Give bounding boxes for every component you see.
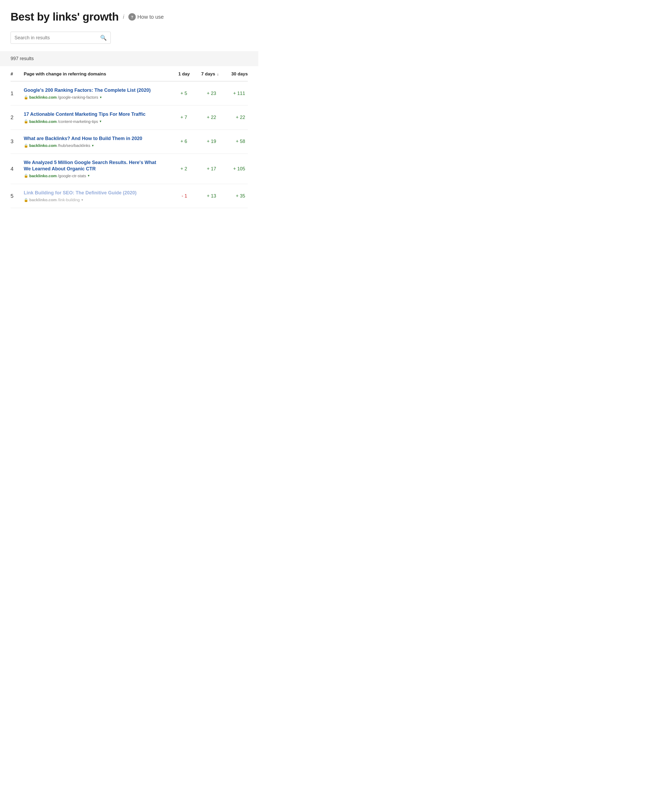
url-path[interactable]: /hub/seo/backlinks	[58, 143, 90, 148]
col-number: #	[11, 71, 24, 77]
url-path[interactable]: /content-marketing-tips	[58, 119, 98, 124]
search-bar: 🔍	[11, 32, 111, 44]
page-url: 🔒 backlinko.com /google-ctr-stats ▼	[24, 174, 164, 178]
lock-icon: 🔒	[24, 95, 28, 100]
metric-thirty-days: + 35	[219, 193, 248, 199]
page-title-link[interactable]: Link Building for SEO: The Definitive Gu…	[24, 190, 164, 196]
dropdown-icon[interactable]: ▼	[91, 144, 95, 147]
url-domain[interactable]: backlinko.com	[29, 174, 57, 178]
page-title-link[interactable]: What are Backlinks? And How to Build The…	[24, 136, 164, 142]
table-row: 5 Link Building for SEO: The Definitive …	[11, 184, 248, 208]
metric-one-day: - 1	[164, 193, 190, 199]
url-domain[interactable]: backlinko.com	[29, 119, 57, 124]
page-info: We Analyzed 5 Million Google Search Resu…	[24, 160, 164, 178]
url-path[interactable]: /google-ctr-stats	[58, 174, 86, 178]
table-row: 2 17 Actionable Content Marketing Tips F…	[11, 106, 248, 130]
page-info: Link Building for SEO: The Definitive Gu…	[24, 190, 164, 202]
page-header: Best by links' growth i ? How to use	[11, 11, 248, 23]
row-number: 2	[11, 114, 24, 120]
how-to-use-label: How to use	[137, 14, 164, 20]
metric-one-day: + 6	[164, 139, 190, 144]
sort-arrow-icon: ↓	[217, 72, 219, 76]
col-seven-days: 7 days ↓	[190, 71, 219, 77]
metric-seven-days: + 22	[190, 115, 219, 120]
results-bar: 997 results	[0, 51, 259, 66]
dropdown-icon[interactable]: ▼	[87, 174, 90, 177]
table-row: 3 What are Backlinks? And How to Build T…	[11, 130, 248, 154]
page-url: 🔒 backlinko.com /google-ranking-factors …	[24, 95, 164, 100]
page-title-link[interactable]: We Analyzed 5 Million Google Search Resu…	[24, 160, 164, 172]
lock-icon: 🔒	[24, 144, 28, 148]
page-title-link[interactable]: 17 Actionable Content Marketing Tips For…	[24, 111, 164, 117]
info-icon[interactable]: i	[123, 13, 124, 20]
table-row: 4 We Analyzed 5 Million Google Search Re…	[11, 154, 248, 184]
metric-thirty-days: + 58	[219, 139, 248, 144]
dropdown-icon[interactable]: ▼	[99, 96, 102, 99]
results-table: # Page with change in referring domains …	[11, 66, 248, 208]
page-info: What are Backlinks? And How to Build The…	[24, 136, 164, 148]
search-input[interactable]	[14, 35, 100, 41]
dropdown-icon[interactable]: ▼	[99, 120, 102, 123]
lock-icon: 🔒	[24, 119, 28, 123]
help-icon: ?	[128, 13, 136, 21]
lock-icon: 🔒	[24, 174, 28, 178]
col-one-day: 1 day	[164, 71, 190, 77]
url-path[interactable]: /google-ranking-factors	[58, 95, 98, 100]
how-to-use-link[interactable]: ? How to use	[128, 13, 164, 21]
metric-seven-days: + 23	[190, 91, 219, 96]
page-url: 🔒 backlinko.com /link-building ▼	[24, 197, 164, 202]
page-url: 🔒 backlinko.com /hub/seo/backlinks ▼	[24, 143, 164, 148]
col-page: Page with change in referring domains	[24, 71, 164, 77]
row-number: 5	[11, 193, 24, 199]
page-info: Google's 200 Ranking Factors: The Comple…	[24, 87, 164, 100]
page-title-link[interactable]: Google's 200 Ranking Factors: The Comple…	[24, 87, 164, 93]
lock-icon: 🔒	[24, 198, 28, 202]
page-title: Best by links' growth	[11, 11, 118, 23]
dropdown-icon[interactable]: ▼	[81, 198, 84, 202]
metric-thirty-days: + 111	[219, 91, 248, 96]
metric-seven-days: + 19	[190, 139, 219, 144]
metric-one-day: + 2	[164, 166, 190, 172]
search-icon[interactable]: 🔍	[100, 35, 107, 41]
table-header: # Page with change in referring domains …	[11, 66, 248, 82]
row-number: 1	[11, 90, 24, 96]
metric-seven-days: + 13	[190, 193, 219, 199]
table-row: 1 Google's 200 Ranking Factors: The Comp…	[11, 82, 248, 106]
metric-one-day: + 5	[164, 91, 190, 96]
row-number: 3	[11, 139, 24, 145]
url-domain[interactable]: backlinko.com	[29, 197, 57, 202]
url-domain[interactable]: backlinko.com	[29, 95, 57, 100]
url-domain[interactable]: backlinko.com	[29, 143, 57, 148]
url-path[interactable]: /link-building	[58, 197, 80, 202]
metric-one-day: + 7	[164, 115, 190, 120]
row-number: 4	[11, 166, 24, 172]
results-count: 997 results	[11, 56, 34, 61]
metric-thirty-days: + 22	[219, 115, 248, 120]
page-info: 17 Actionable Content Marketing Tips For…	[24, 111, 164, 123]
metric-seven-days: + 17	[190, 166, 219, 172]
col-thirty-days: 30 days	[219, 71, 248, 77]
page-url: 🔒 backlinko.com /content-marketing-tips …	[24, 119, 164, 124]
metric-thirty-days: + 105	[219, 166, 248, 172]
